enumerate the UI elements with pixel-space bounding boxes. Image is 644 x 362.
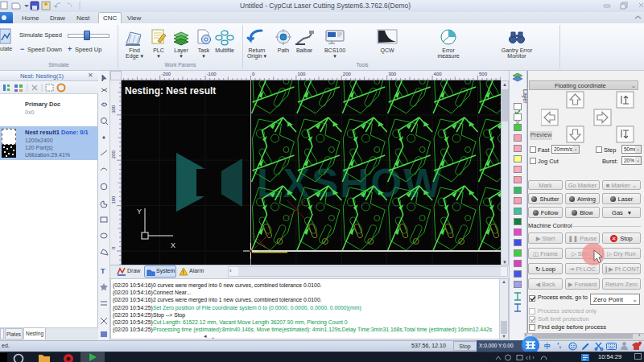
svg-text:100: 100 xyxy=(111,195,116,204)
svg-text:500: 500 xyxy=(479,72,488,76)
svg-text:-100: -100 xyxy=(207,72,217,76)
svg-text:-200: -200 xyxy=(161,72,171,76)
svg-text:!: ! xyxy=(183,269,184,275)
svg-text:200: 200 xyxy=(343,72,352,76)
svg-text:Y: Y xyxy=(137,208,142,216)
svg-text:Nesting: Nest result: Nesting: Nest result xyxy=(125,85,216,97)
svg-text:400: 400 xyxy=(434,72,443,76)
svg-text:300: 300 xyxy=(111,105,116,113)
svg-text:300: 300 xyxy=(388,72,397,76)
svg-text:100: 100 xyxy=(297,72,306,76)
svg-text:X: X xyxy=(171,241,175,249)
svg-text:200: 200 xyxy=(111,150,116,159)
svg-text:T: T xyxy=(101,267,105,275)
